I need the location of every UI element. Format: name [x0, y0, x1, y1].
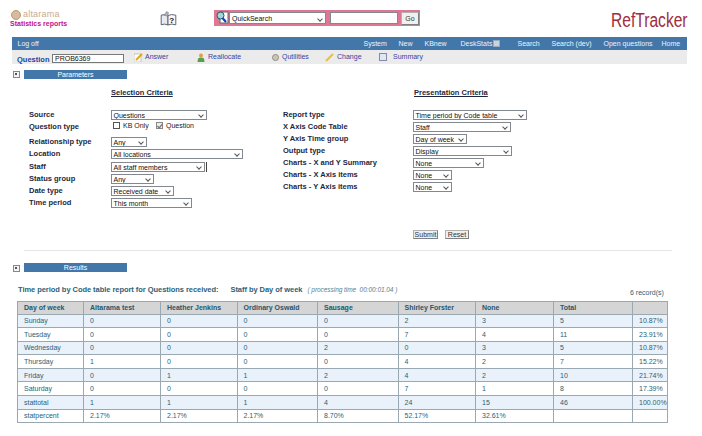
svg-text:?: ?	[169, 16, 174, 25]
